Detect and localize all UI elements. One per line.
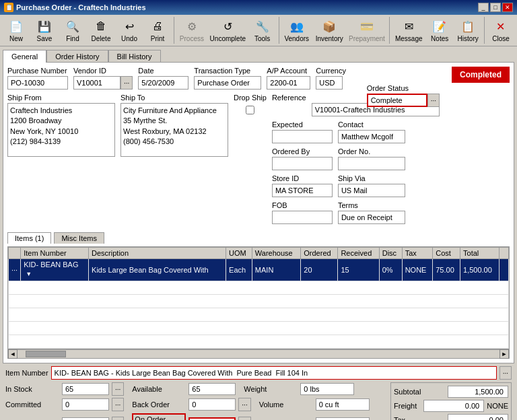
- back-order-btn[interactable]: ···: [238, 398, 250, 411]
- app-icon: 📋: [4, 3, 13, 12]
- ship-via-input[interactable]: [338, 184, 405, 197]
- col-uom: UOM: [226, 248, 252, 259]
- row-ordered: 20: [301, 259, 338, 281]
- notes-button[interactable]: 📝 Notes: [426, 16, 453, 44]
- scroll-thumb[interactable]: [26, 351, 66, 357]
- order-status-input[interactable]: [367, 94, 427, 107]
- volume-input[interactable]: [316, 398, 370, 411]
- close-button[interactable]: ✕ Close: [487, 16, 514, 44]
- row-item-number[interactable]: KID- BEAN BAG ▼: [21, 259, 89, 281]
- col-total: Total: [460, 248, 499, 259]
- completed-badge: Completed: [452, 67, 510, 83]
- in-stock-input[interactable]: [62, 383, 109, 395]
- vendor-id-input[interactable]: [73, 76, 120, 90]
- weight-label: Weight: [244, 385, 298, 393]
- scroll-left-btn[interactable]: ◄: [8, 349, 18, 359]
- empty-row-4: [9, 322, 509, 335]
- purchase-number-field: Purchase Number: [7, 67, 68, 90]
- scroll-track[interactable]: [19, 351, 498, 357]
- col-tax: Tax: [402, 248, 433, 259]
- process-button[interactable]: ⚙ Process: [177, 16, 207, 44]
- horizontal-scrollbar[interactable]: ◄ ►: [7, 349, 510, 359]
- col-cost: Cost: [433, 248, 460, 259]
- tab-misc-items[interactable]: Misc Items: [54, 232, 104, 244]
- history-button[interactable]: 📋 History: [454, 16, 481, 44]
- uncomplete-button[interactable]: ↺ Uncomplete: [208, 16, 248, 44]
- inventory-button[interactable]: 📦 Inventory: [313, 16, 345, 44]
- save-button[interactable]: 💾 Save: [31, 16, 58, 44]
- new-icon: 📄: [8, 18, 24, 34]
- row-disc: 0%: [379, 259, 402, 281]
- item-number-detail-input[interactable]: [51, 366, 497, 380]
- drop-ship-checkbox[interactable]: [234, 106, 267, 114]
- store-id-input[interactable]: [272, 184, 333, 197]
- expected-field: Expected: [272, 120, 333, 143]
- purchase-number-input[interactable]: [7, 76, 68, 90]
- allocated-input[interactable]: [62, 417, 109, 420]
- bottom-main-row: In Stock ··· Available Weight Committed …: [5, 382, 512, 420]
- currency-input[interactable]: [316, 76, 343, 90]
- vendors-button[interactable]: 👥 Vendors: [281, 16, 312, 44]
- ship-to-address[interactable]: City Furniture And Appliance35 Myrthe St…: [120, 103, 228, 157]
- available-input[interactable]: [188, 383, 236, 395]
- transaction-type-input[interactable]: [194, 76, 261, 90]
- location-input[interactable]: [316, 417, 370, 420]
- date-input[interactable]: [138, 76, 188, 90]
- ap-account-input[interactable]: [267, 76, 310, 90]
- message-button[interactable]: ✉ Message: [392, 16, 425, 44]
- prepayment-button[interactable]: 💳 Prepayment: [347, 16, 386, 44]
- fob-input[interactable]: [272, 211, 333, 224]
- back-order-input[interactable]: [188, 398, 236, 411]
- separator-1: [174, 17, 174, 44]
- new-button[interactable]: 📄 New: [3, 16, 30, 44]
- order-status-btn[interactable]: ···: [427, 94, 440, 107]
- order-no-field: Order No.: [338, 147, 405, 170]
- print-button[interactable]: 🖨 Print: [144, 16, 171, 44]
- transaction-type-field: Transaction Type: [194, 67, 261, 90]
- ordered-by-input[interactable]: [272, 157, 333, 170]
- row-cost: 75.00: [433, 259, 460, 281]
- tab-items[interactable]: Items (1): [7, 232, 51, 244]
- freight-row: Freight NONE: [394, 400, 508, 412]
- tab-bill-history[interactable]: Bill History: [108, 50, 161, 63]
- weight-input[interactable]: [300, 383, 354, 395]
- freight-input[interactable]: [423, 400, 484, 412]
- delete-button[interactable]: 🗑 Delete: [88, 16, 114, 44]
- window-controls[interactable]: _ □ ✕: [478, 3, 513, 12]
- committed-btn[interactable]: ···: [112, 398, 124, 411]
- item-number-btn[interactable]: ▼: [24, 269, 34, 279]
- undo-button[interactable]: ↩ Undo: [116, 16, 143, 44]
- currency-label: Currency: [316, 67, 346, 75]
- order-no-input[interactable]: [338, 157, 405, 170]
- subtotal-input[interactable]: [448, 386, 508, 398]
- allocated-btn[interactable]: ···: [112, 417, 124, 420]
- ship-from-label: Ship From: [7, 94, 115, 102]
- expected-contact-row: Expected Contact: [272, 120, 510, 143]
- on-order-btn[interactable]: ···: [238, 417, 250, 420]
- tab-order-history[interactable]: Order History: [46, 50, 108, 63]
- vendor-id-btn[interactable]: ···: [120, 76, 133, 90]
- scroll-right-btn[interactable]: ►: [499, 349, 509, 359]
- in-stock-btn[interactable]: ···: [112, 382, 124, 396]
- close-window-button[interactable]: ✕: [502, 3, 513, 12]
- tools-button[interactable]: 🔧 Tools: [249, 16, 276, 44]
- item-number-detail-btn[interactable]: ···: [499, 366, 512, 380]
- ship-from-address[interactable]: Craftech Industries1200 BroadwayNew York…: [7, 103, 115, 157]
- contact-input[interactable]: [338, 130, 405, 143]
- committed-input[interactable]: [62, 398, 109, 411]
- terms-input[interactable]: [338, 211, 405, 224]
- maximize-button[interactable]: □: [490, 3, 501, 12]
- expected-input[interactable]: [272, 130, 333, 143]
- row-description: Kids Large Bean Bag Covered With: [89, 259, 226, 281]
- back-order-label: Back Order: [132, 400, 186, 409]
- message-icon: ✉: [401, 18, 417, 34]
- tax-input[interactable]: [448, 414, 508, 420]
- contact-field: Contact: [338, 120, 405, 143]
- on-order-input[interactable]: [188, 417, 236, 420]
- fob-field: FOB: [272, 201, 333, 224]
- freight-none: NONE: [487, 402, 508, 410]
- tab-general[interactable]: General: [3, 50, 46, 63]
- find-button[interactable]: 🔍 Find: [59, 16, 86, 44]
- table-row[interactable]: ··· KID- BEAN BAG ▼ Kids Large Bean Bag …: [9, 259, 509, 281]
- minimize-button[interactable]: _: [478, 3, 489, 12]
